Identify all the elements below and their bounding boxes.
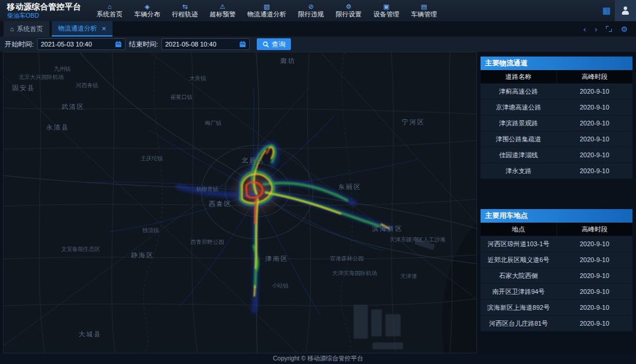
start-time-value: 2021-05-03 10:40 <box>41 41 112 48</box>
nav-label: 超标预警 <box>210 11 236 18</box>
table-row[interactable]: 河西区琼州道103-1号 2020-9-10 <box>481 236 632 252</box>
cell-peak-time: 2020-9-10 <box>556 115 632 131</box>
table-row[interactable]: 近郊北辰区顺义道6号 2020-9-10 <box>481 252 632 267</box>
table-row[interactable]: 河西区台儿庄路81号 2020-9-10 <box>481 315 632 331</box>
table-row[interactable]: 滨海新区上海道892号 2020-9-10 <box>481 299 632 315</box>
fullscreen-icon[interactable] <box>606 26 612 32</box>
grid-icon: ▦ <box>602 5 611 16</box>
table-row[interactable]: 石家大院西侧 2020-9-10 <box>481 267 632 283</box>
nav-item-device-management[interactable]: ▣ 设备管理 <box>367 0 405 21</box>
nav-item-vehicle-management[interactable]: ▤ 车辆管理 <box>405 0 443 21</box>
nav-label: 行程轨迹 <box>172 11 198 18</box>
gear-icon[interactable]: ⚙ <box>621 25 628 33</box>
analysis-icon: ▧ <box>264 4 270 10</box>
table-row[interactable]: 佳园道津淄线 2020-9-10 <box>481 147 632 163</box>
table-header: 地点 高峰时段 <box>481 223 632 236</box>
home-icon: ⌂ <box>10 26 14 32</box>
table-header: 道路名称 高峰时段 <box>481 70 632 83</box>
violation-icon: ⊘ <box>308 4 313 10</box>
end-time-input[interactable]: 2021-05-08 10:40 <box>161 38 250 50</box>
cell-road-name: 佳园道津淄线 <box>481 147 556 163</box>
cell-road-name: 津围公路集疏道 <box>481 131 556 147</box>
nav-label: 限行设置 <box>336 11 362 18</box>
column-header-peak-time: 高峰时段 <box>556 223 633 236</box>
cell-peak-time: 2020-9-10 <box>556 316 632 331</box>
cell-location: 近郊北辰区顺义道6号 <box>481 252 556 267</box>
tab-logistics-analysis[interactable]: 物流通道分析 × <box>52 21 113 37</box>
chevron-left-icon[interactable]: ‹ <box>584 25 586 33</box>
nav-label: 车辆分布 <box>134 11 160 18</box>
brand: 移动源综合管控平台 柴油车OBD <box>0 0 91 21</box>
table-row[interactable]: 津蓟高速公路 2020-9-10 <box>481 83 632 99</box>
user-button[interactable] <box>615 0 636 21</box>
app-footer: Copyright © 移动源综合管控平台 <box>0 353 636 364</box>
grid-menu-button[interactable]: ▦ <box>598 0 615 21</box>
filter-bar: 开始时间: 2021-05-03 10:40 结束时间: 2021-05-08 … <box>0 37 636 52</box>
page-title: 移动源综合管控平台 <box>7 2 81 12</box>
calendar-icon[interactable] <box>239 41 246 48</box>
nav-item-trip-track[interactable]: ⇆ 行程轨迹 <box>166 0 204 21</box>
tab-system-home[interactable]: ⌂ 系统首页 <box>4 21 49 37</box>
cell-road-name: 京津塘高速公路 <box>481 100 556 115</box>
nav-label: 设备管理 <box>373 11 399 18</box>
home-icon: ⌂ <box>108 4 112 10</box>
cell-location: 河西区琼州道103-1号 <box>481 236 556 252</box>
map-area: 廊坊九州镇北京大兴国际机场固安县河西务镇大良镇崔黄口镇武清区梅厂镇永清县宁河区王… <box>3 52 477 353</box>
start-time-label: 开始时间: <box>5 40 34 49</box>
panel-title: 主要用车地点 <box>481 209 632 223</box>
cell-peak-time: 2020-9-10 <box>556 100 632 115</box>
cell-peak-time: 2020-9-10 <box>556 284 632 299</box>
copyright-text: Copyright © 移动源综合管控平台 <box>273 355 363 363</box>
warning-icon: ⚠ <box>220 4 226 10</box>
tab-label: 系统首页 <box>17 25 43 34</box>
close-icon[interactable]: × <box>102 25 107 32</box>
nav-item-logistics-analysis[interactable]: ▧ 物流通道分析 <box>241 0 292 21</box>
distribution-icon: ◈ <box>145 4 150 10</box>
end-time-value: 2021-05-08 10:40 <box>165 41 237 48</box>
query-button[interactable]: 查询 <box>257 38 291 50</box>
nav-label: 系统首页 <box>97 11 122 18</box>
route-icon: ⇆ <box>182 4 187 10</box>
nav-label: 物流通道分析 <box>247 11 286 18</box>
main-nav: ⌂ 系统首页 ◈ 车辆分布 ⇆ 行程轨迹 ⚠ 超标预警 ▧ 物流通道分析 ⊘ 限… <box>91 0 443 21</box>
vehicle-icon: ▤ <box>421 4 427 10</box>
app-header: 移动源综合管控平台 柴油车OBD ⌂ 系统首页 ◈ 车辆分布 ⇆ 行程轨迹 ⚠ … <box>0 0 636 21</box>
nav-item-system-home[interactable]: ⌂ 系统首页 <box>91 0 128 21</box>
map-canvas[interactable] <box>4 52 476 353</box>
cell-peak-time: 2020-9-10 <box>556 236 632 252</box>
page-subtitle: 柴油车OBD <box>7 12 81 19</box>
cell-peak-time: 2020-9-10 <box>556 147 632 163</box>
cell-location: 河西区台儿庄路81号 <box>481 316 556 331</box>
cell-peak-time: 2020-9-10 <box>556 163 632 178</box>
cell-peak-time: 2020-9-10 <box>556 268 632 283</box>
table-row[interactable]: 南开区卫津路94号 2020-9-10 <box>481 283 632 299</box>
user-icon <box>621 6 630 15</box>
cell-peak-time: 2020-9-10 <box>556 300 632 315</box>
chevron-right-icon[interactable]: › <box>595 25 597 33</box>
nav-item-over-limit-warning[interactable]: ⚠ 超标预警 <box>204 0 241 21</box>
table-row[interactable]: 津滨路景观路 2020-9-10 <box>481 115 632 131</box>
cell-road-name: 津蓟高速公路 <box>481 84 556 99</box>
table-row[interactable]: 京津塘高速公路 2020-9-10 <box>481 99 632 115</box>
table-row[interactable]: 津围公路集疏道 2020-9-10 <box>481 131 632 147</box>
tab-label: 物流通道分析 <box>58 24 97 33</box>
nav-item-restriction-settings[interactable]: ⚙ 限行设置 <box>330 0 367 21</box>
nav-item-restriction-violation[interactable]: ⊘ 限行违规 <box>292 0 330 21</box>
column-header-peak-time: 高峰时段 <box>556 70 633 83</box>
calendar-icon[interactable] <box>115 41 122 48</box>
search-icon <box>263 41 269 48</box>
query-label: 查询 <box>271 40 285 49</box>
nav-item-vehicle-distribution[interactable]: ◈ 车辆分布 <box>128 0 166 21</box>
content: 廊坊九州镇北京大兴国际机场固安县河西务镇大良镇崔黄口镇武清区梅厂镇永清县宁河区王… <box>0 52 636 353</box>
tab-bar: ⌂ 系统首页 物流通道分析 × ‹ › ⚙ <box>0 21 636 37</box>
start-time-input[interactable]: 2021-05-03 10:40 <box>37 38 125 50</box>
cell-location: 南开区卫津路94号 <box>481 284 556 299</box>
end-time-label: 结束时间: <box>129 40 158 49</box>
cell-location: 滨海新区上海道892号 <box>481 300 556 315</box>
device-icon: ▣ <box>383 4 389 10</box>
cell-location: 石家大院西侧 <box>481 268 556 283</box>
tab-tools: ‹ › ⚙ <box>584 21 636 37</box>
cell-road-name: 津滨路景观路 <box>481 115 556 131</box>
table-row[interactable]: 津永支路 2020-9-10 <box>481 163 632 178</box>
column-header-location: 地点 <box>481 223 556 236</box>
